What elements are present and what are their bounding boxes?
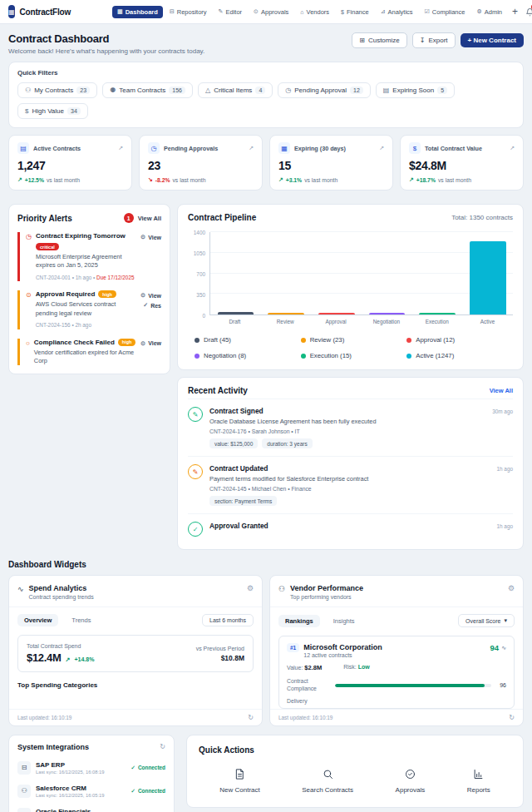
alerts-view-all-link[interactable]: View All — [138, 215, 161, 222]
check-circle-icon: ⊙ — [26, 291, 32, 329]
tab-rankings[interactable]: Rankings — [278, 615, 320, 627]
pipeline-total: Total: 1350 contracts — [451, 214, 513, 221]
chevron-down-icon: ▾ — [504, 617, 507, 624]
repository-icon: ⊟ — [170, 8, 175, 15]
tab-overview[interactable]: Overview — [17, 614, 58, 626]
spend-trend: +14.8% — [74, 656, 94, 662]
nav-item-finance[interactable]: $Finance — [336, 6, 374, 18]
add-button[interactable]: + — [512, 7, 518, 17]
y-tick-label: 0 — [202, 313, 205, 319]
app-logo-icon: ▦ — [8, 5, 15, 18]
legend-dot-icon — [301, 354, 306, 359]
gear-icon[interactable]: ⚙ — [247, 584, 254, 592]
filter-chip-team-contracts[interactable]: ⚉Team Contracts156 — [102, 82, 193, 98]
sort-select[interactable]: Overall Score▾ — [458, 614, 515, 627]
quick-action-reports[interactable]: Reports — [467, 768, 490, 794]
alert-meta: CNT-2024-001 • 1h ago • — [36, 275, 95, 280]
activity-item: ✓ Approval Granted1h ago — [188, 513, 513, 544]
nav-item-compliance[interactable]: ☑Compliance — [420, 6, 470, 18]
bar-negotiation[interactable] — [369, 313, 406, 314]
top-navigation: ▦ ContractFlow ▦Dashboard ⊟Repository ✎E… — [0, 0, 532, 24]
bar-approval[interactable] — [318, 313, 355, 314]
search-icon — [322, 768, 334, 780]
integration-name: SAP ERP — [36, 761, 126, 769]
quick-action-search-contracts[interactable]: Search Contracts — [302, 768, 353, 794]
shield-icon: ○ — [26, 339, 30, 366]
dollar-icon: $ — [25, 107, 28, 115]
activity-time: 1h ago — [496, 523, 513, 529]
vendor-score: 94 — [490, 643, 500, 652]
pipeline-plot — [209, 232, 513, 315]
filter-count: 12 — [350, 87, 363, 94]
compliance-value: 96 — [496, 682, 506, 688]
y-tick-label: 1050 — [194, 250, 205, 256]
alerts-count-badge: 1 — [124, 213, 134, 223]
bar-execution[interactable] — [419, 313, 456, 314]
external-link-icon[interactable]: ↗ — [510, 145, 515, 151]
filter-chip-pending-approval[interactable]: ◷Pending Approval12 — [278, 82, 371, 98]
compliance-label: Contract Compliance — [287, 678, 330, 693]
tab-trends[interactable]: Trends — [65, 614, 97, 626]
refresh-icon[interactable]: ↻ — [509, 714, 515, 721]
pipeline-legend: Draft (45)Review (23)Approval (12)Negoti… — [188, 336, 513, 359]
severity-badge: high — [98, 290, 116, 298]
stat-value: 23 — [148, 159, 254, 172]
alert-view-button[interactable]: ⊙View — [140, 340, 161, 347]
warning-icon: △ — [205, 87, 210, 94]
nav-item-repository[interactable]: ⊟Repository — [165, 6, 212, 18]
filter-chip-critical-items[interactable]: △Critical Items4 — [198, 82, 273, 98]
compliance-progress-bar — [335, 684, 491, 687]
alert-title: Approval Required — [36, 290, 96, 298]
admin-icon: ⚙ — [476, 8, 481, 15]
legend-item: Execution (15) — [301, 352, 407, 359]
x-tick-label: Active — [462, 315, 513, 324]
quick-action-approvals[interactable]: Approvals — [396, 768, 426, 794]
vendor-subtitle: Top performing vendors — [290, 594, 503, 600]
bar-review[interactable] — [268, 313, 304, 314]
nav-item-dashboard[interactable]: ▦Dashboard — [112, 6, 163, 18]
check-icon: ✓ — [131, 765, 135, 771]
spend-summary: Total Contract Spend $12.4M ↗ +14.8% vs … — [17, 635, 254, 672]
legend-dot-icon — [301, 338, 306, 343]
spend-subtitle: Contract spending trends — [29, 594, 242, 600]
nav-item-approvals[interactable]: ⊙Approvals — [249, 6, 293, 18]
external-link-icon[interactable]: ↗ — [379, 145, 384, 151]
alert-view-button[interactable]: ⊙View — [140, 234, 161, 240]
external-link-icon[interactable]: ↗ — [249, 145, 254, 151]
trend-up-icon: ↗ — [278, 176, 283, 183]
pipeline-chart: 035070010501400 DraftReviewApprovalNegot… — [188, 232, 513, 324]
finance-icon: $ — [17, 808, 31, 812]
nav-item-vendors[interactable]: ⌂Vendors — [295, 6, 334, 18]
filter-chip-high-value[interactable]: $High Value34 — [17, 103, 88, 119]
customize-icon: ⊞ — [359, 37, 365, 44]
alert-resolve-button[interactable]: ✓Res — [143, 302, 161, 309]
crm-icon: ⚇ — [17, 785, 31, 798]
filter-chip-my-contracts[interactable]: ⚇My Contracts23 — [17, 82, 97, 98]
range-select[interactable]: Last 6 months — [202, 614, 254, 626]
export-button[interactable]: ↧Export — [412, 32, 456, 48]
vendor-performance-widget: ⚇ Vendor Performance Top performing vend… — [269, 575, 524, 726]
check-icon: ✓ — [143, 302, 148, 309]
nav-item-admin[interactable]: ⚙Admin — [471, 6, 507, 18]
refresh-icon[interactable]: ↻ — [160, 743, 165, 750]
refresh-icon[interactable]: ↻ — [248, 714, 254, 721]
new-contract-button[interactable]: + New Contract — [461, 33, 524, 47]
trend-up-icon: ↗ — [66, 656, 71, 663]
clock-icon: ◷ — [26, 233, 32, 281]
x-tick-label: Approval — [311, 315, 362, 324]
priority-alerts-title: Priority Alerts — [17, 214, 120, 223]
filter-chip-expiring-soon[interactable]: ▤Expiring Soon5 — [376, 82, 455, 98]
nav-item-analytics[interactable]: ⊿Analytics — [376, 6, 418, 18]
customize-button[interactable]: ⊞Customize — [352, 32, 407, 48]
nav-item-editor[interactable]: ✎Editor — [214, 6, 247, 18]
tab-insights[interactable]: Insights — [327, 615, 362, 627]
external-link-icon[interactable]: ↗ — [118, 145, 123, 151]
quick-action-new-contract[interactable]: New Contract — [219, 768, 259, 794]
bar-draft[interactable] — [218, 312, 254, 314]
notifications-button[interactable]: 2 — [525, 7, 532, 17]
gear-icon[interactable]: ⚙ — [508, 584, 515, 592]
filter-count: 4 — [255, 87, 265, 94]
bar-active[interactable] — [470, 241, 506, 314]
activity-view-all-link[interactable]: View All — [490, 387, 513, 394]
alert-view-button[interactable]: ⊙View — [140, 292, 161, 299]
